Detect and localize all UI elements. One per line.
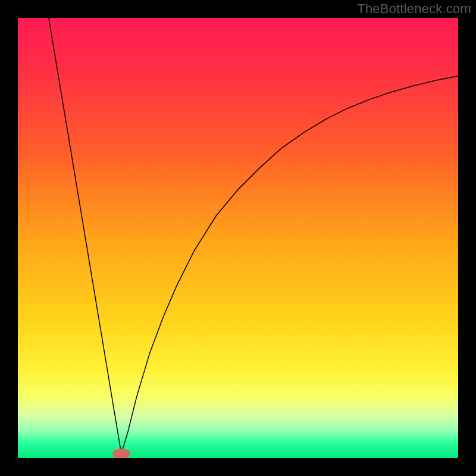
chart-frame: TheBottleneck.com	[0, 0, 476, 476]
watermark-text: TheBottleneck.com	[357, 1, 471, 17]
bottleneck-chart	[18, 18, 458, 458]
plot-background	[18, 18, 458, 458]
